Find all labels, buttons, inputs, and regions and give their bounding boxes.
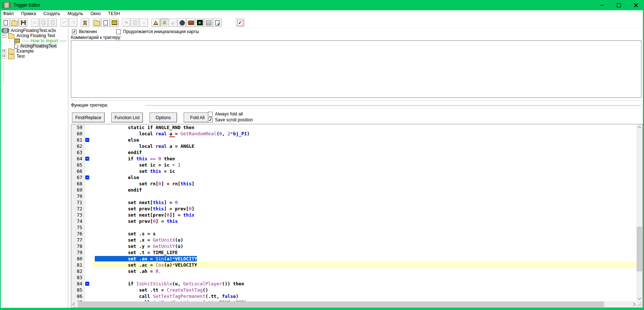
- import-manager-button[interactable]: [213, 18, 222, 27]
- save-scroll-checkbox-box[interactable]: [208, 118, 213, 122]
- tree-item-example-category[interactable]: Example: [1, 49, 67, 54]
- line-number[interactable]: 66: [71, 168, 85, 174]
- campaign-editor-button[interactable]: [187, 18, 195, 27]
- fold-all-button[interactable]: Fold All: [184, 113, 211, 122]
- tree-item-how-to-import-comment[interactable]: ----- How to Import -----: [1, 38, 67, 43]
- code-line-68[interactable]: 68 set rn[0] = rn[this]: [71, 181, 637, 187]
- code-area[interactable]: 59 static if ANGLE_RND then60 local real…: [71, 124, 637, 302]
- code-text[interactable]: static if ANGLE_RND then: [92, 124, 637, 131]
- code-line-83[interactable]: 83: [71, 274, 637, 281]
- function-list-button[interactable]: Function List: [111, 113, 143, 122]
- menu-window[interactable]: Окно: [87, 10, 104, 17]
- code-line-72[interactable]: 72 set prev[this] = prev[0]: [71, 206, 637, 212]
- enabled-checkbox-box[interactable]: [72, 29, 77, 34]
- line-number[interactable]: 77: [71, 237, 85, 243]
- fold-margin[interactable]: [85, 174, 92, 181]
- map-init-checkbox[interactable]: Продолжается инициализация карты: [116, 29, 199, 34]
- terrain-editor-button[interactable]: [151, 18, 160, 27]
- line-number[interactable]: 83: [71, 274, 85, 281]
- code-text[interactable]: endif: [92, 187, 637, 193]
- line-number[interactable]: 85: [71, 287, 85, 293]
- find-replace-button[interactable]: Find/Replace: [72, 113, 105, 122]
- code-line-74[interactable]: 74 set prev[0] = this: [71, 218, 637, 224]
- fold-collapse-icon[interactable]: [85, 157, 89, 161]
- code-text[interactable]: set prev[0] = this: [92, 218, 637, 224]
- collapse-box[interactable]: [2, 34, 6, 38]
- code-text[interactable]: set .x = GetUnitX(u): [92, 237, 637, 243]
- line-number[interactable]: 59: [71, 124, 85, 131]
- comment-textarea[interactable]: [71, 40, 641, 98]
- code-text[interactable]: endif: [92, 149, 637, 156]
- maximize-button[interactable]: [610, 0, 627, 10]
- tree-item-test-category[interactable]: Test: [1, 54, 67, 59]
- code-text[interactable]: set .ac = Cos(a)*VELOCITY: [92, 262, 637, 268]
- trigger-editor-button[interactable]: a: [160, 18, 169, 27]
- tree-item-arcing-floating-text-category[interactable]: Arcing Floating Text: [1, 33, 67, 38]
- new-file-button[interactable]: [1, 18, 10, 27]
- new-trigger-button[interactable]: [101, 18, 110, 27]
- line-number[interactable]: 63: [71, 149, 85, 156]
- menu-create[interactable]: Создать: [40, 10, 64, 17]
- code-line-71[interactable]: 71 set next[this] = 0: [71, 199, 637, 206]
- code-line-78[interactable]: 78 set .y = GetUnitY(u): [71, 243, 637, 249]
- code-text[interactable]: set this = ic: [92, 168, 637, 174]
- line-number[interactable]: 65: [71, 162, 85, 168]
- code-line-62[interactable]: 62 local real a = ANGLE: [71, 143, 637, 149]
- code-text[interactable]: set .t = TIME_LIFE: [92, 249, 637, 256]
- section-splitter[interactable]: [71, 100, 642, 100]
- line-number[interactable]: 69: [71, 187, 85, 193]
- tree-splitter[interactable]: [68, 28, 68, 308]
- horizontal-scrollbar-thumb[interactable]: [78, 302, 604, 307]
- code-line-84[interactable]: 84 if IsUnitVisible(u, GetLocalPlayer())…: [71, 281, 637, 287]
- code-text[interactable]: set next[prev[0]] = this: [92, 212, 637, 218]
- tree-item-map-root[interactable]: ArcingFloatingText.w3x: [1, 28, 67, 33]
- code-text[interactable]: set .ah = 0.: [92, 268, 637, 274]
- code-line-86[interactable]: 86 call SetTextTagPermanent(.tt, false): [71, 293, 637, 299]
- code-text[interactable]: set .as = Sin(a)*VELOCITY: [92, 256, 637, 262]
- code-text[interactable]: else: [92, 137, 637, 143]
- always-fold-checkbox[interactable]: Always fold all: [208, 111, 253, 117]
- fold-collapse-icon[interactable]: [85, 138, 89, 142]
- new-category-button[interactable]: [93, 18, 101, 27]
- menu-module[interactable]: Модуль: [64, 10, 87, 17]
- code-line-64[interactable]: 64 if this == 0 then: [71, 156, 637, 162]
- line-number[interactable]: 73: [71, 212, 85, 218]
- scroll-down-button[interactable]: [636, 295, 643, 302]
- code-text[interactable]: set ic = ic + 1: [92, 162, 637, 168]
- object-manager-button[interactable]: [204, 18, 213, 27]
- line-number[interactable]: 86: [71, 293, 85, 299]
- menu-tesh[interactable]: TESH: [104, 10, 123, 17]
- save-file-button[interactable]: [19, 18, 28, 27]
- code-text[interactable]: [92, 193, 637, 199]
- enabled-checkbox[interactable]: Включен: [72, 29, 97, 34]
- code-line-60[interactable]: 60 local real a = GetRandomReal(0, 2*bj_…: [71, 131, 637, 137]
- menu-file[interactable]: Файл: [0, 10, 18, 17]
- code-text[interactable]: else: [92, 174, 637, 181]
- code-text[interactable]: set prev[this] = prev[0]: [92, 206, 637, 212]
- code-line-59[interactable]: 59 static if ANGLE_RND then: [71, 124, 637, 131]
- line-number[interactable]: 82: [71, 268, 85, 274]
- expand-box[interactable]: [2, 54, 6, 58]
- code-line-76[interactable]: 76 set .s = s: [71, 231, 637, 237]
- line-number[interactable]: 74: [71, 218, 85, 224]
- line-number[interactable]: 67: [71, 174, 85, 181]
- line-number[interactable]: 60: [71, 131, 85, 137]
- code-line-79[interactable]: 79 set .t = TIME_LIFE: [71, 249, 637, 256]
- code-text[interactable]: set next[this] = 0: [92, 199, 637, 206]
- code-text[interactable]: [92, 274, 637, 281]
- line-number[interactable]: 64: [71, 156, 85, 162]
- code-text[interactable]: set .tt = CreateTextTag(): [92, 287, 637, 293]
- code-text[interactable]: if this == 0 then: [92, 156, 637, 162]
- line-number[interactable]: 62: [71, 143, 85, 149]
- code-line-82[interactable]: 82 set .ah = 0.: [71, 268, 637, 274]
- code-text[interactable]: set .s = s: [92, 231, 637, 237]
- code-text[interactable]: if IsUnitVisible(u, GetLocalPlayer()) th…: [92, 281, 637, 287]
- delete-button[interactable]: X: [81, 18, 89, 27]
- code-text[interactable]: set rn[0] = rn[this]: [92, 181, 637, 187]
- code-line-66[interactable]: 66 set this = ic: [71, 168, 637, 174]
- code-line-63[interactable]: 63 endif: [71, 149, 637, 156]
- line-number[interactable]: 81: [71, 262, 85, 268]
- line-number[interactable]: 71: [71, 199, 85, 206]
- tesh-check-button[interactable]: ✔: [236, 18, 244, 27]
- line-number[interactable]: 70: [71, 193, 85, 199]
